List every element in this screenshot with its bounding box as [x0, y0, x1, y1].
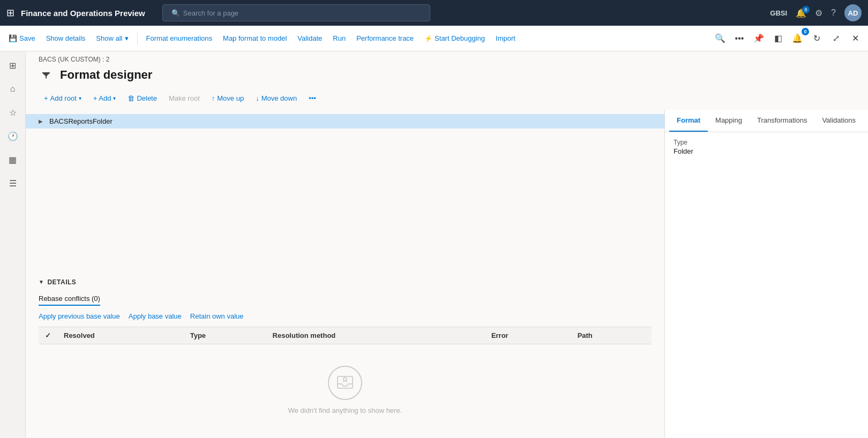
pin-icon[interactable]: 📌: [750, 30, 767, 47]
avatar[interactable]: AD: [844, 4, 862, 21]
col-resolution-method: Resolution method: [266, 327, 485, 344]
more-options-btn[interactable]: •••: [303, 91, 321, 105]
tree-expand-icon: ▶: [39, 118, 47, 124]
validate-button[interactable]: Validate: [293, 31, 326, 46]
add-root-button[interactable]: + Add root ▾: [39, 91, 87, 105]
settings-icon[interactable]: ⚙: [815, 8, 822, 18]
col-error: Error: [485, 327, 571, 344]
panel-tabs: Format Mapping Transformations Validatio…: [665, 110, 868, 132]
sidebar: ⊞ ⌂ ☆ 🕐 ▦ ☰: [0, 51, 26, 438]
run-button[interactable]: Run: [328, 31, 350, 46]
save-icon: 💾: [9, 34, 17, 42]
conflict-table: ✓ Resolved Type Resolution method Error …: [39, 327, 652, 344]
type-field-value: Folder: [674, 147, 859, 155]
apply-base-link[interactable]: Apply base value: [129, 312, 182, 320]
close-button[interactable]: ✕: [847, 30, 864, 47]
filter-icon: [42, 71, 50, 79]
col-resolved: Resolved: [57, 327, 184, 344]
tree-and-panel: ▶ BACSReportsFolder ▼ DETAILS Rebase con…: [26, 110, 868, 438]
map-format-button[interactable]: Map format to model: [219, 31, 291, 46]
add-chevron-icon: ▾: [113, 95, 116, 101]
notification-icon[interactable]: 🔔 0: [796, 8, 806, 18]
panel-content: Type Folder: [665, 132, 868, 168]
details-collapse-icon[interactable]: ▼: [39, 279, 44, 285]
make-root-button: Make root: [163, 91, 205, 105]
notification-badge: 0: [802, 6, 810, 13]
save-button[interactable]: 💾 Save: [4, 31, 40, 46]
start-debugging-button[interactable]: ⚡ Start Debugging: [420, 31, 489, 46]
org-label: GBSI: [770, 9, 787, 17]
tree-item-label: BACSReportsFolder: [49, 117, 113, 125]
add-button[interactable]: + Add ▾: [88, 91, 122, 105]
top-bar: ⊞ Finance and Operations Preview 🔍 Searc…: [0, 0, 868, 26]
show-all-chevron-icon: ▾: [125, 34, 129, 42]
type-field-label: Type: [674, 139, 859, 146]
move-up-button[interactable]: ↑ Move up: [206, 91, 249, 105]
format-enumerations-button[interactable]: Format enumerations: [142, 31, 217, 46]
details-header: ▼ DETAILS: [39, 278, 652, 286]
show-all-button[interactable]: Show all ▾: [92, 31, 132, 46]
col-type: Type: [184, 327, 266, 344]
more-options-icon[interactable]: •••: [731, 30, 748, 47]
help-icon[interactable]: ?: [831, 8, 836, 18]
toolbar-separator-1: [137, 32, 138, 45]
page-title-bar: Format designer: [26, 65, 868, 89]
search-bar[interactable]: 🔍 Search for a page: [162, 4, 430, 21]
apply-prev-base-link[interactable]: Apply previous base value: [39, 312, 120, 320]
breadcrumb: BACS (UK CUSTOM) : 2: [26, 51, 868, 65]
empty-state-icon: [328, 366, 362, 400]
action-links: Apply previous base value Apply base val…: [39, 312, 652, 320]
sidebar-icon-grid[interactable]: ⊞: [3, 56, 23, 75]
side-panel-icon[interactable]: ◧: [769, 30, 787, 47]
tab-mapping[interactable]: Mapping: [708, 110, 750, 132]
retain-own-link[interactable]: Retain own value: [190, 312, 244, 320]
top-bar-right: GBSI 🔔 0 ⚙ ? AD: [770, 4, 862, 21]
performance-trace-button[interactable]: Performance trace: [352, 31, 418, 46]
expand-icon[interactable]: ⤢: [827, 30, 844, 47]
add-root-chevron-icon: ▾: [79, 95, 81, 101]
debug-icon: ⚡: [424, 35, 432, 42]
details-section: ▼ DETAILS Rebase conflicts (0) Apply pre…: [26, 272, 664, 439]
sidebar-icon-recent[interactable]: 🕐: [3, 126, 23, 146]
col-check: ✓: [39, 327, 57, 344]
move-up-icon: ↑: [212, 94, 215, 102]
filter-icon-button[interactable]: [39, 67, 54, 82]
type-field: Type Folder: [674, 139, 859, 155]
refresh-icon[interactable]: ↻: [808, 30, 825, 47]
tree-row[interactable]: ▶ BACSReportsFolder: [26, 114, 664, 129]
toolbar-right-icons: 🔍 ••• 📌 ◧ 🔔 0 ↻ ⤢ ✕: [712, 30, 864, 47]
search-icon: 🔍: [171, 9, 180, 17]
app-title: Finance and Operations Preview: [21, 9, 145, 18]
tree-area: ▶ BACSReportsFolder: [26, 110, 664, 272]
page-title: Format designer: [60, 68, 152, 82]
tab-format[interactable]: Format: [669, 110, 708, 132]
col-path: Path: [571, 327, 652, 344]
rebase-conflicts-tab[interactable]: Rebase conflicts (0): [39, 292, 100, 306]
sidebar-icon-table[interactable]: ▦: [3, 150, 23, 169]
move-down-button[interactable]: ↓ Move down: [250, 91, 302, 105]
toolbar-notification-icon[interactable]: 🔔 0: [789, 30, 806, 47]
show-details-button[interactable]: Show details: [42, 31, 90, 46]
search-placeholder: Search for a page: [183, 9, 238, 17]
tab-validations[interactable]: Validations: [814, 110, 863, 132]
content-area: BACS (UK CUSTOM) : 2 Format designer + A…: [26, 51, 868, 438]
empty-state: We didn't find anything to show here.: [39, 344, 652, 436]
search-toolbar-icon[interactable]: 🔍: [712, 30, 729, 47]
tab-transformations[interactable]: Transformations: [750, 110, 814, 132]
empty-inbox-icon: [335, 373, 355, 392]
format-toolbar: + Add root ▾ + Add ▾ 🗑 Delete Make root …: [26, 89, 868, 110]
sidebar-icon-star[interactable]: ☆: [3, 103, 23, 122]
main-layout: ⊞ ⌂ ☆ 🕐 ▦ ☰ BACS (UK CUSTOM) : 2 Format …: [0, 51, 868, 438]
import-button[interactable]: Import: [491, 31, 520, 46]
sidebar-icon-home[interactable]: ⌂: [3, 79, 23, 99]
secondary-toolbar: 💾 Save Show details Show all ▾ Format en…: [0, 26, 868, 51]
delete-button[interactable]: 🗑 Delete: [122, 91, 162, 105]
app-grid-icon[interactable]: ⊞: [6, 7, 14, 19]
empty-state-text: We didn't find anything to show here.: [288, 406, 402, 414]
right-panel: Format Mapping Transformations Validatio…: [664, 110, 868, 438]
delete-icon: 🗑: [128, 94, 134, 102]
move-down-icon: ↓: [256, 94, 259, 102]
sidebar-icon-list[interactable]: ☰: [3, 173, 23, 193]
